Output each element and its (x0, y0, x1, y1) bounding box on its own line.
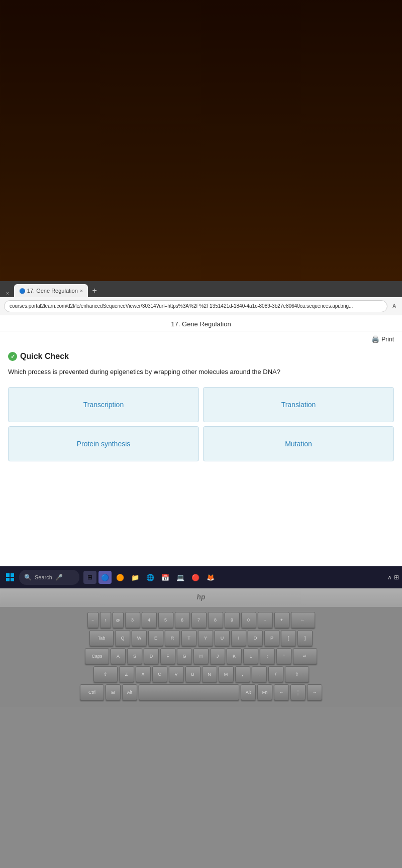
answer-translation[interactable]: Translation (203, 387, 394, 422)
key-o[interactable]: O (248, 630, 263, 646)
key-backspace[interactable]: ← (291, 612, 315, 628)
key-tilde[interactable]: ~ (87, 612, 98, 628)
key-1[interactable]: ! (100, 612, 111, 628)
key-9[interactable]: 9 (225, 612, 240, 628)
print-button[interactable]: 🖨️ Print (371, 335, 394, 343)
taskbar-office-icon[interactable]: 🟠 (114, 571, 127, 584)
laptop-body: hp ~ ! @ 3 4 5 6 7 8 9 0 - + ← Tab Q W E… (0, 587, 402, 868)
taskbar-search[interactable]: 🔍 Search 🎤 (19, 570, 79, 585)
key-g[interactable]: G (177, 648, 192, 664)
key-p[interactable]: P (264, 630, 279, 646)
key-3[interactable]: 3 (125, 612, 140, 628)
taskbar-folder-icon[interactable]: 📁 (129, 571, 142, 584)
print-bar: 🖨️ Print (0, 331, 402, 347)
previous-tab[interactable]: × (2, 290, 13, 297)
key-q[interactable]: Q (115, 630, 130, 646)
key-alt-right[interactable]: Alt (241, 684, 256, 700)
key-2[interactable]: @ (113, 612, 124, 628)
new-tab-button[interactable]: + (88, 284, 101, 297)
key-i[interactable]: I (231, 630, 246, 646)
key-enter[interactable]: ↵ (293, 648, 317, 664)
taskbar-apps-icon[interactable]: ⊞ (83, 571, 96, 584)
key-shift-left[interactable]: ⇧ (93, 666, 118, 682)
content-area: ✓ Quick Check Which process is prevented… (0, 347, 402, 471)
taskbar-pc-icon[interactable]: 💻 (174, 571, 187, 584)
taskbar: 🔍 Search 🎤 ⊞ 🔵 🟠 📁 🌐 📅 💻 🔴 🦊 (0, 566, 402, 588)
tab-close-btn[interactable]: × (80, 288, 83, 294)
key-comma[interactable]: , (235, 666, 250, 682)
keyboard: ~ ! @ 3 4 5 6 7 8 9 0 - + ← Tab Q W E R … (0, 607, 402, 707)
key-caps[interactable]: Caps (85, 648, 109, 664)
system-tray-expand[interactable]: ∧ (387, 574, 392, 581)
key-0[interactable]: 0 (241, 612, 256, 628)
key-plus[interactable]: + (274, 612, 289, 628)
key-win[interactable]: ⊞ (106, 684, 121, 700)
key-arrow-left[interactable]: ← (274, 684, 289, 700)
key-minus[interactable]: - (258, 612, 273, 628)
key-f[interactable]: F (160, 648, 175, 664)
key-r[interactable]: R (165, 630, 180, 646)
key-bracket-right[interactable]: ] (297, 630, 313, 646)
key-e[interactable]: E (148, 630, 163, 646)
browser-extension-btn[interactable]: A (390, 302, 398, 310)
key-w[interactable]: W (132, 630, 147, 646)
browser-content: 17. Gene Regulation 🖨️ Print ✓ Quick Che… (0, 315, 402, 576)
answer-transcription[interactable]: Transcription (8, 387, 199, 422)
key-space[interactable] (139, 684, 239, 700)
key-arrow-up-down[interactable]: ↑↓ (290, 684, 306, 700)
key-7[interactable]: 7 (191, 612, 207, 628)
taskbar-teams-icon[interactable]: 🔵 (98, 571, 112, 584)
key-t[interactable]: T (181, 630, 196, 646)
page-header: 17. Gene Regulation (0, 315, 402, 331)
key-s[interactable]: S (127, 648, 142, 664)
key-slash[interactable]: / (268, 666, 283, 682)
key-shift-right[interactable]: ⇧ (285, 666, 309, 682)
key-6[interactable]: 6 (175, 612, 190, 628)
key-quote[interactable]: ' (276, 648, 291, 664)
key-l[interactable]: L (243, 648, 258, 664)
key-k[interactable]: K (227, 648, 242, 664)
answer-protein-synthesis[interactable]: Protein synthesis (8, 426, 199, 461)
key-period[interactable]: . (252, 666, 267, 682)
key-semicolon[interactable]: ; (260, 648, 275, 664)
key-tab[interactable]: Tab (89, 630, 114, 646)
key-8[interactable]: 8 (208, 612, 223, 628)
answer-mutation[interactable]: Mutation (203, 426, 394, 461)
key-fn[interactable]: Fn (257, 684, 272, 700)
url-input[interactable]: courses.portal2learn.com/d2l/le/enhanced… (4, 300, 387, 312)
taskbar-firefox-icon[interactable]: 🦊 (204, 571, 217, 584)
taskbar-calendar-icon[interactable]: 📅 (159, 571, 172, 584)
key-h[interactable]: H (193, 648, 209, 664)
active-tab[interactable]: 🔵 17. Gene Regulation × (14, 284, 88, 297)
quick-check-title-text: Quick Check (20, 352, 69, 361)
key-5[interactable]: 5 (158, 612, 173, 628)
key-v[interactable]: V (169, 666, 184, 682)
key-d[interactable]: D (144, 648, 159, 664)
browser-tabs-bar: × 🔵 17. Gene Regulation × + (0, 281, 402, 297)
key-m[interactable]: M (219, 666, 234, 682)
key-x[interactable]: X (136, 666, 151, 682)
tab-title: 17. Gene Regulation (27, 288, 78, 294)
taskbar-red-icon[interactable]: 🔴 (189, 571, 202, 584)
taskbar-icons: ⊞ 🔵 🟠 📁 🌐 📅 💻 🔴 🦊 (83, 571, 217, 584)
check-icon: ✓ (8, 352, 17, 361)
quick-check-header: ✓ Quick Check (8, 352, 394, 361)
key-n[interactable]: N (202, 666, 217, 682)
key-4[interactable]: 4 (142, 612, 157, 628)
taskbar-right-area: ∧ ⊞ (387, 574, 399, 581)
taskbar-edge-icon[interactable]: 🌐 (144, 571, 157, 584)
key-j[interactable]: J (210, 648, 225, 664)
key-alt-left[interactable]: Alt (122, 684, 137, 700)
key-u[interactable]: U (215, 630, 230, 646)
key-b[interactable]: B (185, 666, 200, 682)
key-a[interactable]: A (111, 648, 126, 664)
start-button[interactable] (3, 570, 17, 584)
key-arrow-right[interactable]: → (307, 684, 322, 700)
key-bracket-left[interactable]: [ (281, 630, 296, 646)
key-c[interactable]: C (152, 666, 167, 682)
key-ctrl-left[interactable]: Ctrl (80, 684, 104, 700)
notification-icon[interactable]: ⊞ (394, 574, 399, 581)
key-z[interactable]: Z (119, 666, 134, 682)
key-y[interactable]: Y (198, 630, 213, 646)
search-icon: 🔍 (24, 574, 32, 581)
